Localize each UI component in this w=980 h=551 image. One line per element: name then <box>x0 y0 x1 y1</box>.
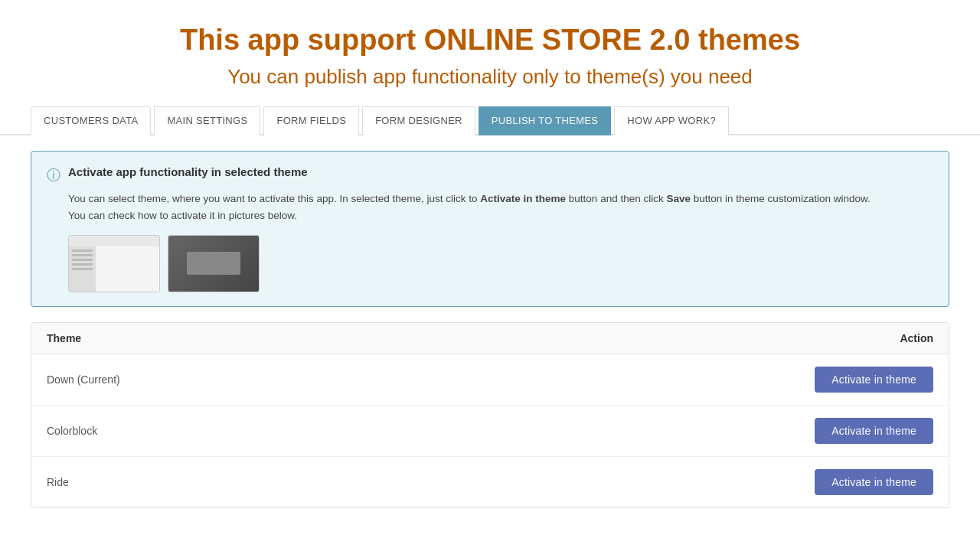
activate-button-1[interactable]: Activate in theme <box>815 367 933 393</box>
thumbnail-1[interactable] <box>68 235 160 292</box>
page-header: This app support ONLINE STORE 2.0 themes… <box>0 0 980 105</box>
activate-button-3[interactable]: Activate in theme <box>815 469 933 495</box>
theme-name-2: Colorblock <box>47 425 97 437</box>
page-subtitle: You can publish app functionality only t… <box>15 64 965 90</box>
tab-form-designer[interactable]: FORM DESIGNER <box>362 106 475 135</box>
main-content: ⓘ Activate app functionality in selected… <box>0 135 980 523</box>
info-images <box>47 235 933 292</box>
info-box-header: ⓘ Activate app functionality in selected… <box>47 165 933 184</box>
tab-customers-data[interactable]: CUSTOMERS DATA <box>31 106 151 135</box>
table-row: Ride Activate in theme <box>31 457 949 507</box>
table-row: Colorblock Activate in theme <box>31 406 949 457</box>
info-body-text1: You can select theme, where you want to … <box>68 193 480 204</box>
page-title: This app support ONLINE STORE 2.0 themes <box>15 23 965 58</box>
thumbnail-2[interactable] <box>168 235 260 292</box>
tab-publish-to-themes[interactable]: PUBLISH TO THEMES <box>479 106 611 135</box>
info-body-line2: You can check how to activate it in pict… <box>68 210 297 221</box>
info-icon: ⓘ <box>47 166 60 184</box>
info-box-body: You can select theme, where you want to … <box>47 191 933 223</box>
info-box-title: Activate app functionality in selected t… <box>68 165 308 178</box>
info-bold-2: Save <box>666 193 691 204</box>
column-action: Action <box>900 332 933 344</box>
tab-main-settings[interactable]: MAIN SETTINGS <box>154 106 260 135</box>
tabs-container: CUSTOMERS DATA MAIN SETTINGS FORM FIELDS… <box>0 105 980 135</box>
info-bold-1: Activate in theme <box>480 193 566 204</box>
activate-button-2[interactable]: Activate in theme <box>815 418 933 444</box>
info-box: ⓘ Activate app functionality in selected… <box>31 151 949 306</box>
tab-how-app-work[interactable]: HOW APP WORK? <box>614 106 729 135</box>
table-row: Down (Current) Activate in theme <box>31 354 949 406</box>
theme-name-3: Ride <box>47 476 69 488</box>
table-header: Theme Action <box>31 323 949 354</box>
info-body-text2: button and then click <box>566 193 666 204</box>
info-body-text3: button in theme customization window. <box>691 193 871 204</box>
tab-form-fields[interactable]: FORM FIELDS <box>263 106 359 135</box>
theme-name-1: Down (Current) <box>47 373 120 386</box>
themes-table: Theme Action Down (Current) Activate in … <box>31 322 949 508</box>
column-theme: Theme <box>47 332 81 344</box>
